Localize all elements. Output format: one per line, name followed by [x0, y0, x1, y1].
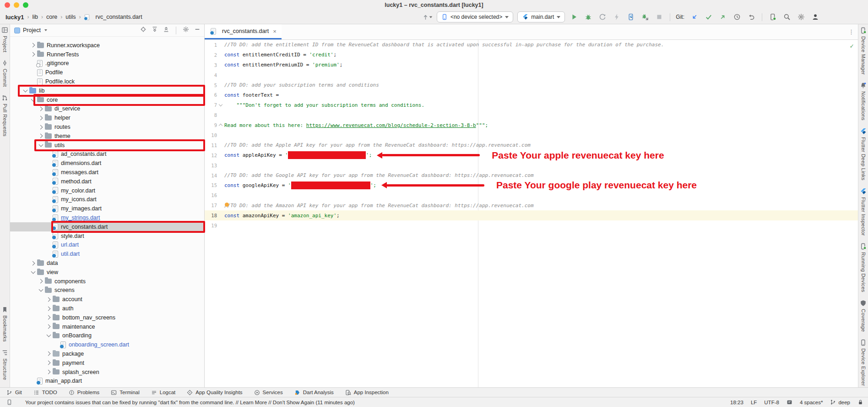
- status-encoding[interactable]: UTF-8: [764, 400, 779, 405]
- profile-button[interactable]: [597, 12, 608, 22]
- project-panel-title[interactable]: Project: [23, 27, 41, 33]
- flutter-attach-debugger-button[interactable]: [640, 12, 650, 22]
- history-button[interactable]: [732, 12, 742, 22]
- tree-item-dimensions-dart[interactable]: dimensions.dart: [10, 159, 204, 168]
- tree-item-lib[interactable]: lib: [10, 86, 204, 95]
- line-number[interactable]: 7: [205, 102, 217, 108]
- line-number[interactable]: 2: [205, 52, 217, 58]
- hot-reload-button[interactable]: [612, 12, 622, 22]
- debug-button[interactable]: [583, 12, 593, 22]
- tool-stripe-commit[interactable]: Commit: [1, 60, 8, 87]
- line-number[interactable]: 8: [205, 112, 217, 118]
- tool-stripe-device-explorer[interactable]: Device Explorer: [860, 339, 867, 386]
- tree-chevron-icon[interactable]: [37, 144, 45, 146]
- flutter-actions-button[interactable]: [423, 12, 433, 22]
- status-indent[interactable]: 4 spaces*: [800, 400, 823, 405]
- tree-item-runner-xcworkspace[interactable]: Runner.xcworkspace: [10, 41, 204, 50]
- tree-chevron-icon[interactable]: [45, 307, 53, 310]
- close-window-button[interactable]: [5, 2, 10, 8]
- fold-marker-icon[interactable]: [217, 123, 224, 127]
- line-number[interactable]: 14: [205, 173, 217, 178]
- tool-window-button-git[interactable]: Git: [6, 390, 22, 396]
- tree-item-rvc-constants-dart[interactable]: rvc_constants.dart: [10, 222, 204, 231]
- breadcrumb-item[interactable]: core: [46, 14, 57, 20]
- tree-item-utils[interactable]: utils: [10, 141, 204, 150]
- device-selector[interactable]: <no device selected>: [437, 11, 513, 22]
- tree-chevron-icon[interactable]: [29, 44, 37, 47]
- tree-chevron-icon[interactable]: [37, 280, 45, 283]
- commit-button[interactable]: [704, 12, 714, 22]
- fold-marker-icon[interactable]: [217, 104, 224, 106]
- tree-item-auth[interactable]: auth: [10, 304, 204, 313]
- tree-item-splash-screen[interactable]: splash_screen: [10, 368, 204, 377]
- tool-window-button-app-inspection[interactable]: App Inspection: [345, 390, 389, 396]
- tree-item-core[interactable]: core: [10, 95, 204, 104]
- tree-chevron-icon[interactable]: [45, 298, 53, 301]
- line-number[interactable]: 18: [205, 213, 217, 218]
- status-line-ending[interactable]: LF: [751, 400, 757, 405]
- tree-item-maintenance[interactable]: maintenance: [10, 322, 204, 331]
- tree-item-url-dart[interactable]: url.dart: [10, 241, 204, 250]
- tree-item-onboarding[interactable]: onBoarding: [10, 331, 204, 341]
- line-number[interactable]: 13: [205, 163, 217, 168]
- tree-item-messages-dart[interactable]: messages.dart: [10, 168, 204, 177]
- tree-item-routes[interactable]: routes: [10, 122, 204, 132]
- tool-stripe-running-devices[interactable]: Running Devices: [860, 243, 867, 292]
- run-button[interactable]: [569, 12, 579, 22]
- tool-window-button-logcat[interactable]: Logcat: [151, 390, 176, 396]
- tree-item-my-strings-dart[interactable]: my_strings.dart: [10, 213, 204, 222]
- tree-chevron-icon[interactable]: [45, 316, 53, 319]
- tree-item-package[interactable]: package: [10, 349, 204, 358]
- tool-stripe-device-manager[interactable]: Device Manager: [860, 27, 867, 75]
- tree-item-style-dart[interactable]: style.dart: [10, 231, 204, 241]
- tool-window-button-terminal[interactable]: Terminal: [111, 390, 139, 396]
- tool-window-button-problems[interactable]: Problems: [69, 390, 100, 396]
- tool-stripe-project[interactable]: Project: [1, 27, 8, 52]
- tree-item-view[interactable]: view: [10, 268, 204, 277]
- tree-item-my-images-dart[interactable]: my_images.dart: [10, 204, 204, 213]
- tree-chevron-icon[interactable]: [29, 262, 37, 265]
- tree-item-runnertests[interactable]: RunnerTests: [10, 50, 204, 59]
- search-everywhere-button[interactable]: [782, 12, 792, 22]
- tree-chevron-icon[interactable]: [37, 126, 45, 129]
- breadcrumb-item[interactable]: rvc_constants.dart: [96, 14, 142, 20]
- tool-stripe-notifications[interactable]: Notifications: [860, 82, 867, 121]
- tree-chevron-icon[interactable]: [45, 361, 53, 364]
- line-number[interactable]: 4: [205, 72, 217, 78]
- line-number[interactable]: 12: [205, 153, 217, 158]
- tree-item--gitignore[interactable]: .gitignore: [10, 59, 204, 68]
- expand-all-button[interactable]: [152, 26, 158, 34]
- tree-item-main-app-dart[interactable]: main_app.dart: [10, 376, 204, 385]
- push-button[interactable]: [718, 12, 728, 22]
- tree-item-helper[interactable]: helper: [10, 113, 204, 122]
- tree-item-bottom-nav-screens[interactable]: bottom_nav_screens: [10, 313, 204, 322]
- line-number[interactable]: 6: [205, 92, 217, 98]
- locate-button[interactable]: [140, 26, 146, 34]
- tree-item-onboarding-screen-dart[interactable]: onboarding_screen.dart: [10, 340, 204, 349]
- status-notifications[interactable]: [787, 399, 792, 405]
- tree-item-data[interactable]: data: [10, 258, 204, 268]
- line-number[interactable]: 11: [205, 143, 217, 148]
- line-number[interactable]: 9: [205, 122, 217, 128]
- tree-chevron-icon[interactable]: [37, 116, 45, 120]
- settings-button[interactable]: [183, 26, 189, 34]
- attach-to-device-button[interactable]: [626, 12, 636, 22]
- rollback-button[interactable]: [746, 12, 756, 22]
- tree-item-util-dart[interactable]: util.dart: [10, 249, 204, 258]
- tree-item-components[interactable]: components: [10, 277, 204, 286]
- tree-chevron-icon[interactable]: [45, 335, 53, 336]
- stop-button[interactable]: [654, 12, 664, 22]
- tree-item-payment[interactable]: payment: [10, 358, 204, 368]
- minimize-window-button[interactable]: [14, 2, 19, 8]
- run-config-selector[interactable]: main.dart: [517, 11, 565, 22]
- tree-chevron-icon[interactable]: [37, 107, 45, 110]
- tree-item-di-service[interactable]: di_service: [10, 104, 204, 114]
- breadcrumb-item[interactable]: utils: [65, 14, 76, 20]
- tool-stripe-pull-requests[interactable]: Pull Requests: [1, 94, 8, 137]
- tree-chevron-icon[interactable]: [29, 271, 37, 273]
- hide-button[interactable]: [194, 26, 201, 34]
- tool-stripe-coverage[interactable]: Coverage: [860, 300, 867, 332]
- status-message[interactable]: Your project contains issues that can be…: [25, 400, 355, 405]
- tree-item-account[interactable]: account: [10, 295, 204, 304]
- tool-stripe-bookmarks[interactable]: Bookmarks: [1, 306, 8, 342]
